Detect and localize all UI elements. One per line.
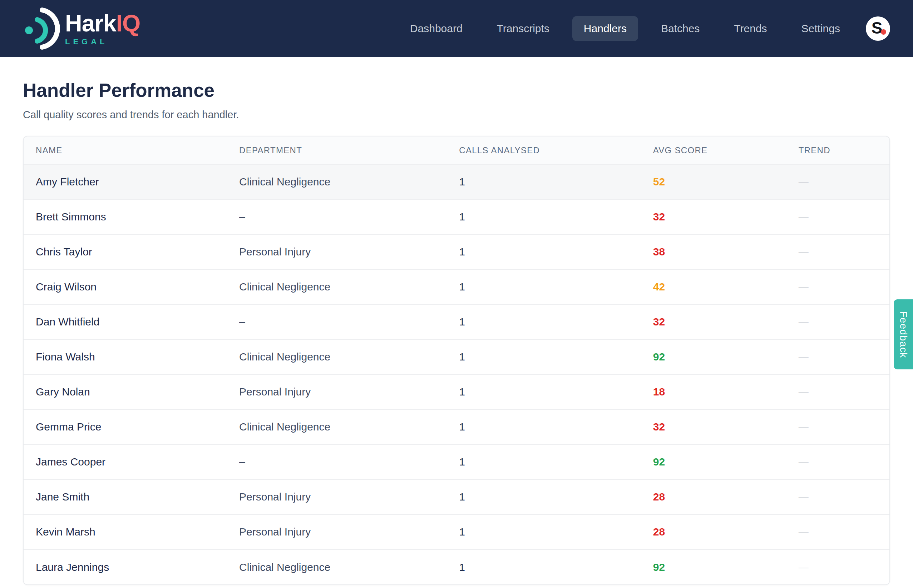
cell-name: Gary Nolan xyxy=(24,375,239,409)
table-row[interactable]: Gemma PriceClinical Negligence132— xyxy=(24,409,889,444)
brand-name: HarkIQ xyxy=(65,11,140,35)
column-header-name: Name xyxy=(24,136,239,164)
table-row[interactable]: James Cooper–192— xyxy=(24,444,889,480)
cell-name: Laura Jennings xyxy=(24,549,239,585)
handler-table-body: Amy FletcherClinical Negligence152—Brett… xyxy=(24,164,889,585)
cell-trend: — xyxy=(799,375,889,409)
cell-dept: – xyxy=(239,304,459,339)
table-row[interactable]: Kevin MarshPersonal Injury128— xyxy=(24,514,889,549)
cell-name: Jane Smith xyxy=(24,480,239,514)
cell-calls: 1 xyxy=(459,480,653,514)
cell-trend: — xyxy=(799,339,889,375)
cell-name: Chris Taylor xyxy=(24,234,239,269)
nav-items: DashboardTranscriptsHandlersBatchesTrend… xyxy=(398,16,851,41)
table-row[interactable]: Laura JenningsClinical Negligence192— xyxy=(24,549,889,585)
table-row[interactable]: Craig WilsonClinical Negligence142— xyxy=(24,269,889,304)
cell-calls: 1 xyxy=(459,304,653,339)
cell-score: 92 xyxy=(653,444,799,480)
cell-score: 92 xyxy=(653,549,799,585)
table-row[interactable]: Brett Simmons–132— xyxy=(24,199,889,234)
cell-calls: 1 xyxy=(459,339,653,375)
brand-wordmark: HarkIQ LEGAL xyxy=(65,11,140,46)
cell-calls: 1 xyxy=(459,409,653,444)
top-navigation-bar: HarkIQ LEGAL DashboardTranscriptsHandler… xyxy=(0,0,913,57)
cell-dept: Personal Injury xyxy=(239,375,459,409)
cell-dept: Personal Injury xyxy=(239,480,459,514)
cell-calls: 1 xyxy=(459,375,653,409)
cell-trend: — xyxy=(799,164,889,199)
cell-score: 28 xyxy=(653,480,799,514)
avatar-red-dot xyxy=(881,29,886,35)
user-avatar[interactable]: S xyxy=(866,16,890,41)
cell-name: Dan Whitfield xyxy=(24,304,239,339)
cell-trend: — xyxy=(799,304,889,339)
cell-score: 32 xyxy=(653,199,799,234)
cell-dept: Personal Injury xyxy=(239,234,459,269)
nav-item-batches[interactable]: Batches xyxy=(649,16,711,41)
cell-calls: 1 xyxy=(459,269,653,304)
column-header-department: Department xyxy=(239,136,459,164)
cell-name: Brett Simmons xyxy=(24,199,239,234)
cell-calls: 1 xyxy=(459,199,653,234)
cell-dept: Personal Injury xyxy=(239,514,459,549)
cell-dept: – xyxy=(239,444,459,480)
nav-item-transcripts[interactable]: Transcripts xyxy=(486,16,561,41)
brand-logo[interactable]: HarkIQ LEGAL xyxy=(23,7,140,50)
cell-score: 92 xyxy=(653,339,799,375)
soundwave-logo-icon xyxy=(23,7,60,50)
cell-name: Craig Wilson xyxy=(24,269,239,304)
cell-score: 18 xyxy=(653,375,799,409)
nav-item-trends[interactable]: Trends xyxy=(722,16,778,41)
cell-calls: 1 xyxy=(459,549,653,585)
handler-performance-table: NameDepartmentCalls AnalysedAvg ScoreTre… xyxy=(24,136,889,585)
page-title: Handler Performance xyxy=(23,79,890,101)
avatar-letter: S xyxy=(871,18,882,37)
cell-dept: Clinical Negligence xyxy=(239,269,459,304)
table-header-row: NameDepartmentCalls AnalysedAvg ScoreTre… xyxy=(24,136,889,164)
cell-score: 32 xyxy=(653,409,799,444)
nav-item-dashboard[interactable]: Dashboard xyxy=(398,16,474,41)
cell-calls: 1 xyxy=(459,164,653,199)
cell-score: 52 xyxy=(653,164,799,199)
table-row[interactable]: Amy FletcherClinical Negligence152— xyxy=(24,164,889,199)
cell-score: 28 xyxy=(653,514,799,549)
cell-trend: — xyxy=(799,269,889,304)
main-content: Handler Performance Call quality scores … xyxy=(0,57,913,585)
cell-trend: — xyxy=(799,409,889,444)
handler-performance-table-card: NameDepartmentCalls AnalysedAvg ScoreTre… xyxy=(23,136,890,585)
cell-score: 38 xyxy=(653,234,799,269)
cell-trend: — xyxy=(799,444,889,480)
page-subtitle: Call quality scores and trends for each … xyxy=(23,109,890,121)
column-header-calls-analysed: Calls Analysed xyxy=(459,136,653,164)
table-row[interactable]: Gary NolanPersonal Injury118— xyxy=(24,375,889,409)
cell-calls: 1 xyxy=(459,234,653,269)
cell-name: James Cooper xyxy=(24,444,239,480)
cell-dept: Clinical Negligence xyxy=(239,409,459,444)
cell-dept: – xyxy=(239,199,459,234)
cell-calls: 1 xyxy=(459,444,653,480)
cell-dept: Clinical Negligence xyxy=(239,339,459,375)
cell-name: Kevin Marsh xyxy=(24,514,239,549)
feedback-tab-button[interactable]: Feedback xyxy=(894,299,913,369)
table-row[interactable]: Fiona WalshClinical Negligence192— xyxy=(24,339,889,375)
table-row[interactable]: Dan Whitfield–132— xyxy=(24,304,889,339)
cell-name: Fiona Walsh xyxy=(24,339,239,375)
cell-name: Gemma Price xyxy=(24,409,239,444)
cell-trend: — xyxy=(799,234,889,269)
table-row[interactable]: Jane SmithPersonal Injury128— xyxy=(24,480,889,514)
brand-tagline: LEGAL xyxy=(65,38,140,46)
cell-name: Amy Fletcher xyxy=(24,164,239,199)
feedback-tab-label: Feedback xyxy=(898,311,909,358)
column-header-trend: Trend xyxy=(799,136,889,164)
nav-item-settings[interactable]: Settings xyxy=(790,16,851,41)
cell-trend: — xyxy=(799,480,889,514)
cell-score: 32 xyxy=(653,304,799,339)
cell-score: 42 xyxy=(653,269,799,304)
table-row[interactable]: Chris TaylorPersonal Injury138— xyxy=(24,234,889,269)
cell-trend: — xyxy=(799,549,889,585)
cell-trend: — xyxy=(799,199,889,234)
cell-calls: 1 xyxy=(459,514,653,549)
cell-dept: Clinical Negligence xyxy=(239,549,459,585)
column-header-avg-score: Avg Score xyxy=(653,136,799,164)
nav-item-handlers[interactable]: Handlers xyxy=(572,16,638,41)
